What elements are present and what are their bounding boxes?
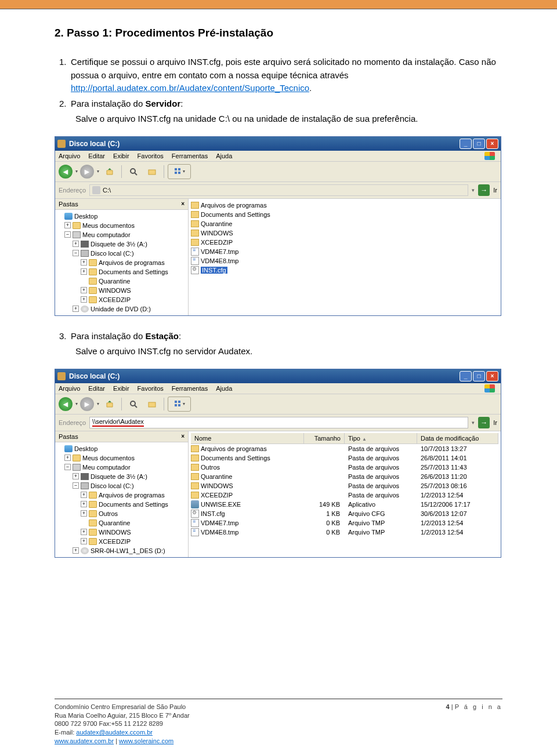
tree-floppy[interactable]: +Disquete de 3½ (A:) xyxy=(56,472,187,481)
tree-arquivos-programas[interactable]: +Arquivos de programas xyxy=(56,490,187,500)
menu-favoritos[interactable]: Favoritos xyxy=(138,385,164,392)
tree-meus-documentos[interactable]: +Meus documentos xyxy=(56,221,187,230)
tree-windows[interactable]: +WINDOWS xyxy=(56,528,187,537)
file-row[interactable]: INST.cfg xyxy=(191,266,498,275)
tree-quarantine[interactable]: Quarantine xyxy=(56,518,187,528)
file-row[interactable]: Arquivos de programasPasta de arquivos10… xyxy=(191,444,498,453)
expander-icon[interactable]: + xyxy=(81,287,87,293)
forward-dropdown-icon[interactable]: ▾ xyxy=(97,401,99,406)
back-button[interactable]: ◄ xyxy=(59,165,73,179)
tree-documents-settings[interactable]: +Documents and Settings xyxy=(56,500,187,509)
address-dropdown-icon[interactable]: ▾ xyxy=(472,187,475,193)
minimize-button[interactable]: _ xyxy=(460,139,472,149)
file-row[interactable]: XCEEDZIPPasta de arquivos1/2/2013 12:54 xyxy=(191,490,498,500)
col-tipo[interactable]: Tipo ▲ xyxy=(345,433,417,444)
expander-icon[interactable]: + xyxy=(73,306,79,312)
close-button[interactable]: × xyxy=(486,139,498,149)
tree-srr[interactable]: +SRR-0H-LW1_1_DES (D:) xyxy=(56,546,187,555)
col-tamanho[interactable]: Tamanho xyxy=(304,433,345,444)
tree-windows[interactable]: +WINDOWS xyxy=(56,286,187,295)
menu-favoritos[interactable]: Favoritos xyxy=(138,152,164,159)
menu-ferramentas[interactable]: Ferramentas xyxy=(172,385,208,392)
tree-outros[interactable]: +Outros xyxy=(56,509,187,518)
back-dropdown-icon[interactable]: ▾ xyxy=(75,169,78,174)
tree-quarantine[interactable]: Quarantine xyxy=(56,277,187,286)
tree-desktop[interactable]: Desktop xyxy=(56,212,187,221)
close-button[interactable]: × xyxy=(486,371,498,381)
file-row[interactable]: OutrosPasta de arquivos25/7/2013 11:43 xyxy=(191,463,498,472)
footer-site-1[interactable]: www.audatex.com.br xyxy=(55,737,114,744)
tree-floppy[interactable]: +Disquete de 3½ (A:) xyxy=(56,239,187,249)
minimize-button[interactable]: _ xyxy=(460,371,472,381)
back-button[interactable]: ◄ xyxy=(59,397,73,411)
tree-dvd[interactable]: +Unidade de DVD (D:) xyxy=(56,304,187,314)
go-button[interactable]: → xyxy=(478,417,490,428)
file-row[interactable]: XCEEDZIP xyxy=(191,238,498,247)
tree-meus-documentos[interactable]: +Meus documentos xyxy=(56,453,187,463)
file-row[interactable]: QuarantinePasta de arquivos26/6/2013 11:… xyxy=(191,472,498,481)
expander-icon[interactable]: + xyxy=(81,510,87,517)
forward-dropdown-icon[interactable]: ▾ xyxy=(97,169,99,174)
address-input[interactable]: \\servidor\Audatex xyxy=(89,417,468,428)
tree-arquivos-programas[interactable]: +Arquivos de programas xyxy=(56,258,187,267)
folders-button[interactable] xyxy=(144,397,160,412)
menu-exibir[interactable]: Exibir xyxy=(113,152,129,159)
support-link[interactable]: http://portal.audatex.com.br/Audatex/con… xyxy=(71,83,309,93)
expander-icon[interactable]: + xyxy=(81,296,87,303)
file-row[interactable]: UNWISE.EXE149 KBAplicativo15/12/2006 17:… xyxy=(191,500,498,509)
expander-icon[interactable]: + xyxy=(81,529,87,535)
tree-disco-c[interactable]: −Disco local (C:) xyxy=(56,249,187,258)
up-button[interactable] xyxy=(102,164,118,179)
window-titlebar[interactable]: Disco local (C:) _ □ × xyxy=(55,137,501,151)
tree-meu-computador[interactable]: −Meu computador xyxy=(56,463,187,472)
file-row[interactable]: WINDOWS xyxy=(191,228,498,238)
file-row[interactable]: VDM4E7.tmp0 KBArquivo TMP1/2/2013 12:54 xyxy=(191,518,498,528)
expander-icon[interactable]: − xyxy=(64,231,71,238)
expander-icon[interactable]: + xyxy=(64,222,71,228)
window-titlebar[interactable]: Disco local (C:) _ □ × xyxy=(55,369,501,383)
tree-xceedzip[interactable]: +XCEEDZIP xyxy=(56,537,187,546)
col-nome[interactable]: Nome xyxy=(191,433,304,444)
search-button[interactable] xyxy=(125,397,142,412)
col-data[interactable]: Data de modificação xyxy=(417,433,498,444)
forward-button[interactable]: ► xyxy=(80,397,94,411)
up-button[interactable] xyxy=(102,397,118,412)
expander-icon[interactable]: + xyxy=(73,547,79,554)
footer-site-2[interactable]: www.solerainc.com xyxy=(119,737,173,744)
menu-exibir[interactable]: Exibir xyxy=(113,385,129,392)
tree-desktop[interactable]: Desktop xyxy=(56,444,187,453)
maximize-button[interactable]: □ xyxy=(473,139,485,149)
address-dropdown-icon[interactable]: ▾ xyxy=(472,420,475,426)
tree-meu-computador[interactable]: −Meu computador xyxy=(56,230,187,239)
file-row[interactable]: WINDOWSPasta de arquivos25/7/2013 08:16 xyxy=(191,481,498,490)
expander-icon[interactable]: + xyxy=(81,501,87,507)
file-row[interactable]: Documents and SettingsPasta de arquivos2… xyxy=(191,453,498,463)
expander-icon[interactable]: + xyxy=(73,473,79,479)
expander-icon[interactable]: + xyxy=(64,455,71,461)
menu-ferramentas[interactable]: Ferramentas xyxy=(172,152,208,159)
file-row[interactable]: Arquivos de programas xyxy=(191,201,498,210)
file-row[interactable]: VDM4E8.tmp0 KBArquivo TMP1/2/2013 12:54 xyxy=(191,528,498,537)
file-row[interactable]: Documents and Settings xyxy=(191,210,498,219)
menu-ajuda[interactable]: Ajuda xyxy=(216,152,232,159)
maximize-button[interactable]: □ xyxy=(473,371,485,381)
file-row[interactable]: VDM4E7.tmp xyxy=(191,247,498,256)
address-input[interactable]: C:\ xyxy=(89,184,468,196)
expander-icon[interactable]: − xyxy=(64,464,71,470)
forward-button[interactable]: ► xyxy=(80,165,94,179)
footer-email-link[interactable]: audatex@audatex.ccom.br xyxy=(76,729,153,736)
menu-ajuda[interactable]: Ajuda xyxy=(216,385,232,392)
tree-disco-c[interactable]: −Disco local (C:) xyxy=(56,481,187,490)
tree-documents-settings[interactable]: +Documents and Settings xyxy=(56,267,187,277)
file-row[interactable]: INST.cfg1 KBArquivo CFG30/6/2013 12:07 xyxy=(191,509,498,518)
expander-icon[interactable]: + xyxy=(81,492,87,498)
tree-close-icon[interactable]: × xyxy=(181,433,185,440)
tree-xceedzip[interactable]: +XCEEDZIP xyxy=(56,295,187,304)
expander-icon[interactable]: + xyxy=(73,241,79,247)
go-button[interactable]: → xyxy=(478,184,490,196)
file-row[interactable]: VDM4E8.tmp xyxy=(191,256,498,266)
folders-button[interactable] xyxy=(144,164,160,179)
file-row[interactable]: Quarantine xyxy=(191,219,498,228)
menu-editar[interactable]: Editar xyxy=(88,385,105,392)
expander-icon[interactable]: + xyxy=(81,538,87,544)
